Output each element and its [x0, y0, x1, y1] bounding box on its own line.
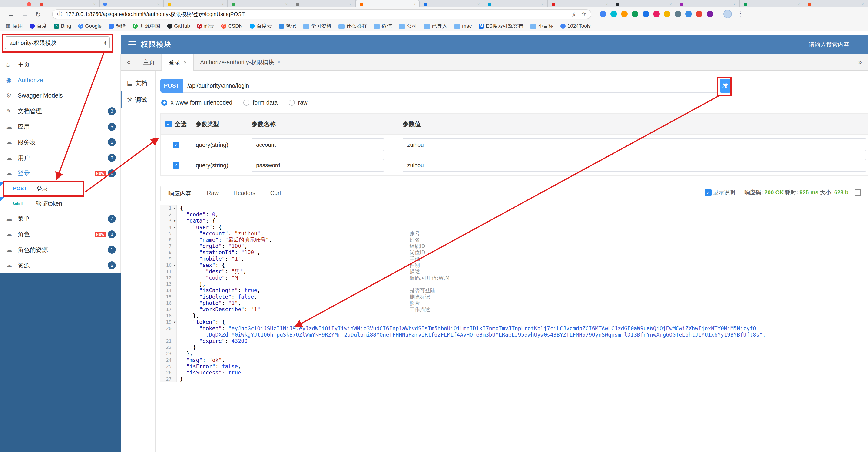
bookmark-item[interactable]: bBing — [54, 23, 71, 29]
param-value-input[interactable]: zuihou — [403, 138, 866, 151]
bookmark-item[interactable]: CCSDN — [221, 23, 243, 29]
sidebar-item[interactable]: ◉Authorize — [0, 73, 120, 88]
response-tab[interactable]: Headers — [226, 186, 263, 201]
tab-close-icon[interactable]: × — [184, 59, 187, 65]
sidebar-api-item-post[interactable]: POST登录 — [0, 181, 120, 196]
tab-close-icon[interactable]: × — [277, 59, 280, 65]
tab-close-icon[interactable]: × — [477, 2, 480, 6]
bookmark-item[interactable]: 1024Tools — [560, 23, 591, 29]
extension-icon[interactable] — [653, 11, 660, 17]
extension-icon[interactable] — [600, 11, 606, 17]
forward-icon[interactable]: → — [21, 11, 28, 18]
document-tab[interactable]: 主页 — [137, 54, 162, 70]
fold-icon[interactable]: ▾ — [174, 224, 176, 230]
fold-icon[interactable]: ▾ — [174, 262, 176, 269]
nav-item-debug[interactable]: ⚒调试 — [121, 91, 155, 108]
sidebar-item[interactable]: ☁角色的资源1 — [0, 242, 120, 258]
browser-tab[interactable]: × — [356, 0, 420, 7]
module-select[interactable]: authority-权限模块 ▲▼ — [5, 36, 110, 49]
tab-close-icon[interactable]: × — [157, 2, 160, 6]
sidebar-item[interactable]: ☁服务表6 — [0, 135, 120, 150]
tab-close-icon[interactable]: × — [669, 2, 672, 6]
browser-tab[interactable]: × — [804, 0, 868, 7]
fold-icon[interactable]: ▾ — [174, 319, 176, 325]
param-checkbox[interactable]: ✓ — [173, 142, 179, 148]
site-info-icon[interactable]: ⓘ — [57, 11, 62, 18]
bookmark-item[interactable]: 微信 — [374, 23, 392, 30]
tab-close-icon[interactable]: × — [797, 2, 800, 6]
bookmark-item[interactable]: 笔记 — [279, 23, 296, 30]
nav-item-doc[interactable]: ▤文档 — [121, 75, 155, 91]
bookmark-item[interactable]: 百度云 — [250, 23, 272, 30]
sidebar-item[interactable]: ⌂主页 — [0, 57, 120, 73]
tab-close-icon[interactable]: × — [734, 2, 736, 6]
bookmark-item[interactable]: 公司 — [399, 23, 417, 30]
sidebar-item[interactable]: ☁角色NEW8 — [0, 226, 120, 242]
sidebar-item[interactable]: ☁用户9 — [0, 150, 120, 166]
translate-icon[interactable]: 文 — [572, 11, 577, 18]
collapse-tabs-icon[interactable]: « — [121, 54, 137, 70]
bookmark-item[interactable]: 学习资料 — [303, 23, 332, 30]
request-url-input[interactable]: /api/authority/anno/login — [183, 79, 718, 93]
select-all-checkbox[interactable]: ✓ — [165, 121, 172, 127]
content-type-radio[interactable]: raw — [289, 99, 307, 106]
sidebar-item[interactable]: ✎文档管理3 — [0, 103, 120, 119]
tab-close-icon[interactable]: × — [349, 2, 352, 6]
show-description-checkbox[interactable]: ✓ — [705, 189, 712, 196]
bookmark-item[interactable]: G码云 — [197, 23, 214, 30]
profile-avatar[interactable] — [723, 10, 732, 18]
extension-icon[interactable] — [632, 11, 638, 17]
extension-icon[interactable] — [643, 11, 649, 17]
bookmark-item[interactable]: 翻译 — [108, 23, 126, 30]
fold-icon[interactable]: ▾ — [174, 205, 176, 211]
sidebar-item[interactable]: ⚙Swagger Models — [0, 88, 120, 104]
tab-close-icon[interactable]: × — [93, 2, 96, 6]
extension-icon[interactable] — [696, 11, 703, 17]
fold-icon[interactable]: ▾ — [174, 218, 176, 224]
param-value-input[interactable]: zuihou — [403, 159, 866, 172]
bookmark-item[interactable]: 什么都有 — [338, 23, 367, 30]
sidebar-item[interactable]: ☁应用5 — [0, 119, 120, 135]
param-checkbox[interactable]: ✓ — [173, 162, 179, 169]
browser-tab[interactable]: × — [420, 0, 484, 7]
menu-toggle-icon[interactable] — [128, 41, 136, 48]
content-type-radio[interactable]: x-www-form-urlencoded — [161, 99, 232, 106]
tab-close-icon[interactable]: × — [605, 2, 608, 6]
response-tab[interactable]: 响应内容 — [160, 186, 199, 201]
send-button[interactable]: 发 — [720, 79, 731, 93]
browser-tab[interactable]: × — [740, 0, 804, 7]
content-type-radio[interactable]: form-data — [243, 99, 278, 106]
extension-icon[interactable] — [707, 11, 713, 17]
browser-tab[interactable]: × — [164, 0, 228, 7]
extension-icon[interactable] — [685, 11, 692, 17]
sidebar-item[interactable]: ☁菜单7 — [0, 211, 120, 226]
tab-close-icon[interactable]: × — [285, 2, 288, 6]
bookmark-item[interactable]: GGoogle — [78, 23, 101, 29]
bookmark-item[interactable]: 小目标 — [530, 23, 554, 30]
back-icon[interactable]: ← — [7, 11, 14, 18]
extension-icon[interactable] — [621, 11, 628, 17]
bookmark-item[interactable]: 已导入 — [424, 23, 447, 30]
bookmark-item[interactable]: mac — [454, 23, 472, 29]
bookmark-item[interactable]: GitHub — [167, 23, 190, 29]
browser-tab[interactable]: × — [484, 0, 548, 7]
bookmark-star-icon[interactable]: ☆ — [581, 11, 586, 18]
bookmark-item[interactable]: C开源中国 — [133, 23, 160, 30]
browser-tab[interactable]: × — [676, 0, 740, 7]
bookmark-item[interactable]: ▦应用 — [6, 23, 23, 30]
header-search-input[interactable]: 请输入搜索内容 — [809, 41, 861, 49]
param-name-input[interactable]: password — [251, 159, 384, 172]
response-tab[interactable]: Curl — [263, 186, 288, 201]
address-bar[interactable]: ⓘ 127.0.0.1:8760/api/gate/doc.html#/auth… — [52, 9, 591, 19]
reload-icon[interactable]: ↻ — [35, 11, 41, 19]
sidebar-item[interactable]: ☁资源6 — [0, 258, 120, 273]
browser-tab[interactable]: × — [548, 0, 612, 7]
bookmark-item[interactable]: MES搜索引擎文档 — [478, 23, 523, 30]
browser-menu-icon[interactable]: ⋮ — [737, 10, 743, 18]
sidebar-item[interactable]: ☁登录NEW2 — [0, 166, 120, 181]
browser-tab[interactable]: × — [228, 0, 292, 7]
tab-close-icon[interactable]: × — [541, 2, 544, 6]
document-tab[interactable]: 登录× — [162, 54, 194, 71]
browser-tab[interactable]: × — [612, 0, 676, 7]
browser-tab[interactable]: × — [292, 0, 356, 7]
